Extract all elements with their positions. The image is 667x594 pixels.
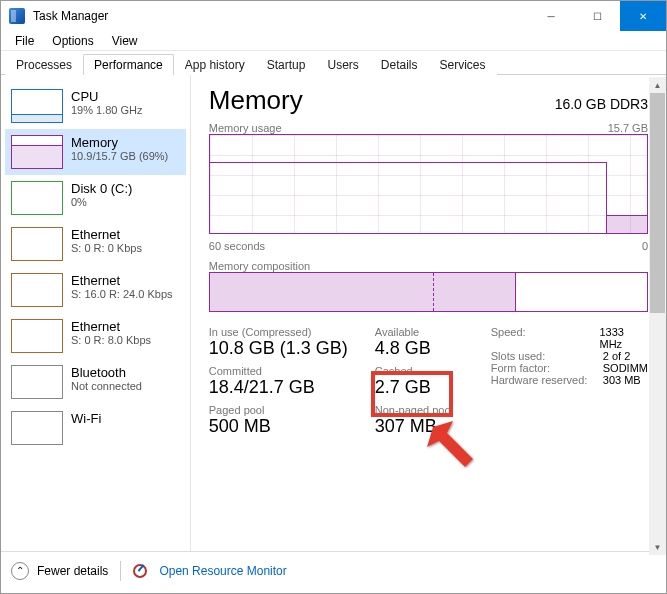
- window-title: Task Manager: [33, 9, 528, 23]
- app-icon: [9, 8, 25, 24]
- memory-composition-chart[interactable]: [209, 272, 648, 312]
- page-title: Memory: [209, 85, 303, 116]
- main-panel: Memory 16.0 GB DDR3 Memory usage 15.7 GB…: [191, 75, 666, 551]
- tab-app-history[interactable]: App history: [174, 54, 256, 75]
- inuse-label: In use (Compressed): [209, 326, 359, 338]
- sidebar-item-eth-5[interactable]: EthernetS: 0 R: 8.0 Kbps: [5, 313, 186, 359]
- tab-services[interactable]: Services: [429, 54, 497, 75]
- sidebar-item-title: Wi-Fi: [71, 411, 101, 426]
- cached-value: 2.7 GB: [375, 377, 475, 398]
- hw-value: 303 MB: [603, 374, 641, 386]
- sidebar-item-sub: 0%: [71, 196, 132, 208]
- scroll-up-icon[interactable]: ▲: [649, 77, 666, 93]
- thumbnail-chart: [11, 273, 63, 307]
- open-resource-monitor-link[interactable]: Open Resource Monitor: [159, 564, 286, 578]
- sidebar-item-title: CPU: [71, 89, 143, 104]
- minimize-button[interactable]: ─: [528, 1, 574, 31]
- thumbnail-chart: [11, 319, 63, 353]
- slots-label: Slots used:: [491, 350, 591, 362]
- close-button[interactable]: ✕: [620, 1, 666, 31]
- hw-label: Hardware reserved:: [491, 374, 591, 386]
- form-label: Form factor:: [491, 362, 591, 374]
- form-value: SODIMM: [603, 362, 648, 374]
- thumbnail-chart: [11, 181, 63, 215]
- chart-time-label: 60 seconds: [209, 240, 265, 252]
- thumbnail-chart: [11, 135, 63, 169]
- inuse-value: 10.8 GB (1.3 GB): [209, 338, 359, 359]
- sidebar-item-title: Memory: [71, 135, 168, 150]
- tab-users[interactable]: Users: [316, 54, 369, 75]
- sidebar-item-sub: 19% 1.80 GHz: [71, 104, 143, 116]
- chart-usage-max: 15.7 GB: [608, 122, 648, 134]
- sidebar-item-sub: Not connected: [71, 380, 142, 392]
- sidebar-item-title: Ethernet: [71, 319, 151, 334]
- thumbnail-chart: [11, 365, 63, 399]
- chart-usage-label: Memory usage: [209, 122, 282, 134]
- sidebar-item-sub: S: 0 R: 0 Kbps: [71, 242, 142, 254]
- sidebar-item-title: Disk 0 (C:): [71, 181, 132, 196]
- available-label: Available: [375, 326, 475, 338]
- chart-time-zero: 0: [642, 240, 648, 252]
- nonpaged-label: Non-paged pool: [375, 404, 475, 416]
- sidebar: CPU19% 1.80 GHzMemory10.9/15.7 GB (69%)D…: [1, 75, 191, 551]
- available-value: 4.8 GB: [375, 338, 475, 359]
- menu-file[interactable]: File: [7, 32, 42, 50]
- tab-processes[interactable]: Processes: [5, 54, 83, 75]
- menubar: File Options View: [1, 31, 666, 51]
- sidebar-item-bt-7[interactable]: Wi-Fi: [5, 405, 186, 451]
- paged-label: Paged pool: [209, 404, 359, 416]
- composition-label: Memory composition: [209, 260, 310, 272]
- memory-usage-chart[interactable]: [209, 134, 648, 234]
- sidebar-item-sub: 10.9/15.7 GB (69%): [71, 150, 168, 162]
- resource-monitor-icon: [133, 564, 147, 578]
- fewer-details-link[interactable]: Fewer details: [37, 564, 108, 578]
- thumbnail-chart: [11, 411, 63, 445]
- sidebar-item-bt-6[interactable]: BluetoothNot connected: [5, 359, 186, 405]
- titlebar[interactable]: Task Manager ─ ☐ ✕: [1, 1, 666, 31]
- thumbnail-chart: [11, 227, 63, 261]
- maximize-button[interactable]: ☐: [574, 1, 620, 31]
- sidebar-item-title: Bluetooth: [71, 365, 142, 380]
- scroll-down-icon[interactable]: ▼: [649, 539, 666, 555]
- sidebar-item-eth-3[interactable]: EthernetS: 0 R: 0 Kbps: [5, 221, 186, 267]
- sidebar-item-cpu-0[interactable]: CPU19% 1.80 GHz: [5, 83, 186, 129]
- committed-value: 18.4/21.7 GB: [209, 377, 359, 398]
- sidebar-item-title: Ethernet: [71, 227, 142, 242]
- memory-capacity: 16.0 GB DDR3: [555, 96, 648, 112]
- paged-value: 500 MB: [209, 416, 359, 437]
- speed-value: 1333 MHz: [600, 326, 649, 350]
- tab-startup[interactable]: Startup: [256, 54, 317, 75]
- sidebar-item-mem-1[interactable]: Memory10.9/15.7 GB (69%): [5, 129, 186, 175]
- chevron-up-icon[interactable]: ⌃: [11, 562, 29, 580]
- cached-label: Cached: [375, 365, 475, 377]
- sidebar-item-sub: S: 16.0 R: 24.0 Kbps: [71, 288, 173, 300]
- committed-label: Committed: [209, 365, 359, 377]
- sidebar-item-sub: S: 0 R: 8.0 Kbps: [71, 334, 151, 346]
- menu-options[interactable]: Options: [44, 32, 101, 50]
- speed-label: Speed:: [491, 326, 588, 350]
- menu-view[interactable]: View: [104, 32, 146, 50]
- tab-details[interactable]: Details: [370, 54, 429, 75]
- sidebar-item-title: Ethernet: [71, 273, 173, 288]
- sidebar-item-disk-2[interactable]: Disk 0 (C:)0%: [5, 175, 186, 221]
- tabs: Processes Performance App history Startu…: [1, 51, 666, 75]
- slots-value: 2 of 2: [603, 350, 631, 362]
- thumbnail-chart: [11, 89, 63, 123]
- nonpaged-value: 307 MB: [375, 416, 475, 437]
- sidebar-item-eth-4[interactable]: EthernetS: 16.0 R: 24.0 Kbps: [5, 267, 186, 313]
- scrollbar[interactable]: ▲ ▼: [649, 77, 666, 555]
- tab-performance[interactable]: Performance: [83, 54, 174, 75]
- scroll-thumb[interactable]: [650, 93, 665, 313]
- footer: ⌃ Fewer details Open Resource Monitor: [1, 551, 666, 589]
